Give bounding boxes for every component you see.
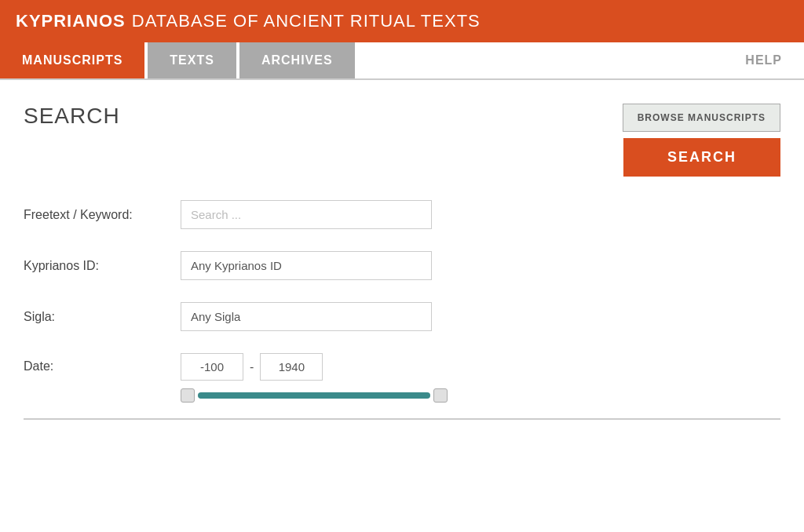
date-separator: - bbox=[250, 360, 254, 374]
freetext-input[interactable] bbox=[181, 200, 432, 229]
date-controls: - bbox=[181, 353, 448, 403]
date-label: Date: bbox=[24, 353, 181, 373]
nav-spacer bbox=[355, 42, 724, 78]
app-title-bold: KYPRIANOS bbox=[16, 11, 126, 31]
search-heading-row: Search Browse Manuscripts Search bbox=[24, 104, 780, 177]
freetext-row: Freetext / Keyword: bbox=[24, 200, 780, 229]
nav-archives[interactable]: Archives bbox=[239, 42, 355, 78]
sigla-row: Sigla: bbox=[24, 302, 780, 331]
main-content: Search Browse Manuscripts Search Freetex… bbox=[0, 80, 804, 451]
app-header: KYPRIANOS DATABASE OF ANCIENT RITUAL TEX… bbox=[0, 0, 804, 42]
date-inputs: - bbox=[181, 353, 448, 381]
sigla-label: Sigla: bbox=[24, 310, 181, 324]
nav-texts[interactable]: Texts bbox=[148, 42, 236, 78]
search-button[interactable]: Search bbox=[623, 138, 780, 177]
browse-manuscripts-button[interactable]: Browse Manuscripts bbox=[623, 104, 780, 132]
right-buttons: Browse Manuscripts Search bbox=[623, 104, 780, 177]
bottom-divider bbox=[24, 418, 780, 420]
kyprianos-row: Kyprianos ID: bbox=[24, 251, 780, 280]
nav-manuscripts[interactable]: Manuscripts bbox=[0, 42, 144, 78]
freetext-label: Freetext / Keyword: bbox=[24, 208, 181, 222]
date-from-input[interactable] bbox=[181, 353, 243, 381]
slider-track bbox=[198, 392, 430, 399]
date-row: Date: - bbox=[24, 353, 780, 403]
search-title: Search bbox=[24, 104, 120, 129]
slider-handle-right[interactable] bbox=[433, 388, 448, 403]
kyprianos-label: Kyprianos ID: bbox=[24, 259, 181, 273]
date-slider[interactable] bbox=[181, 388, 448, 403]
slider-handle-left[interactable] bbox=[181, 388, 195, 403]
kyprianos-input[interactable] bbox=[181, 251, 432, 280]
navigation: Manuscripts Texts Archives Help bbox=[0, 42, 804, 80]
date-to-input[interactable] bbox=[260, 353, 323, 381]
nav-help[interactable]: Help bbox=[723, 42, 804, 78]
sigla-input[interactable] bbox=[181, 302, 432, 331]
app-title-rest: DATABASE OF ANCIENT RITUAL TEXTS bbox=[132, 11, 481, 31]
